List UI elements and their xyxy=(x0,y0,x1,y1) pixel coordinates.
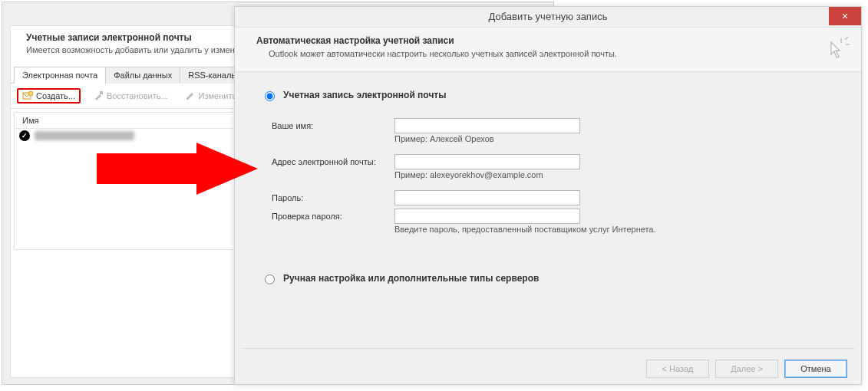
name-input[interactable] xyxy=(394,118,580,133)
confirm-password-input[interactable] xyxy=(394,209,580,224)
radio-manual-label: Ручная настройка или дополнительные типы… xyxy=(283,273,539,284)
account-name-redacted xyxy=(35,131,134,140)
radio-manual-setup[interactable]: Ручная настройка или дополнительные типы… xyxy=(261,272,840,284)
add-account-dialog: Добавить учетную запись × Автоматическая… xyxy=(234,6,862,385)
password-input[interactable] xyxy=(394,190,580,205)
email-hint: Пример: alexeyorekhov@example.com xyxy=(394,170,580,179)
svg-line-6 xyxy=(845,37,848,40)
tab-data-files[interactable]: Файлы данных xyxy=(105,67,180,84)
dialog-subtext: Outlook может автоматически настроить не… xyxy=(269,49,617,58)
svg-rect-2 xyxy=(100,91,103,94)
name-label: Ваше имя: xyxy=(272,118,394,130)
email-label: Адрес электронной почты: xyxy=(272,154,394,166)
password-label: Пароль: xyxy=(272,190,394,202)
mail-new-icon xyxy=(22,90,33,101)
radio-manual-input[interactable] xyxy=(265,274,275,284)
create-button-label: Создать... xyxy=(36,91,75,100)
confirm-hint: Введите пароль, предоставленный поставщи… xyxy=(394,225,656,234)
separator xyxy=(241,348,855,349)
radio-email-input[interactable] xyxy=(265,91,275,101)
name-hint: Пример: Алексей Орехов xyxy=(394,134,580,143)
restore-button-label: Восстановить... xyxy=(107,91,168,100)
dialog-header: Автоматическая настройка учетной записи … xyxy=(235,27,861,72)
email-input[interactable] xyxy=(394,154,580,169)
checkmark-icon: ✓ xyxy=(19,130,30,141)
dialog-title: Добавить учетную запись xyxy=(489,11,608,22)
cursor-icon xyxy=(824,35,850,63)
tab-email[interactable]: Электронная почта xyxy=(14,67,106,84)
svg-marker-3 xyxy=(97,143,258,195)
dialog-button-bar: < Назад Далее > Отмена xyxy=(235,353,861,384)
restore-button: Восстановить... xyxy=(88,89,173,103)
create-button[interactable]: Создать... xyxy=(17,88,81,104)
radio-email-account[interactable]: Учетная запись электронной почты xyxy=(261,89,840,101)
svg-point-1 xyxy=(28,91,33,96)
close-button[interactable]: × xyxy=(829,7,861,25)
email-form: Ваше имя: Пример: Алексей Орехов Адрес э… xyxy=(272,118,840,242)
back-button: < Назад xyxy=(646,360,709,378)
annotation-arrow xyxy=(97,143,258,195)
dialog-heading: Автоматическая настройка учетной записи xyxy=(256,35,847,46)
cancel-button[interactable]: Отмена xyxy=(784,360,847,378)
close-icon: × xyxy=(842,6,848,26)
edit-icon xyxy=(185,90,196,101)
confirm-password-label: Проверка пароля: xyxy=(272,209,394,221)
dialog-titlebar: Добавить учетную запись × xyxy=(235,7,861,27)
repair-icon xyxy=(93,90,104,101)
next-button: Далее > xyxy=(715,360,778,378)
dialog-body: Учетная запись электронной почты Ваше им… xyxy=(235,72,861,345)
radio-email-label: Учетная запись электронной почты xyxy=(283,90,447,100)
